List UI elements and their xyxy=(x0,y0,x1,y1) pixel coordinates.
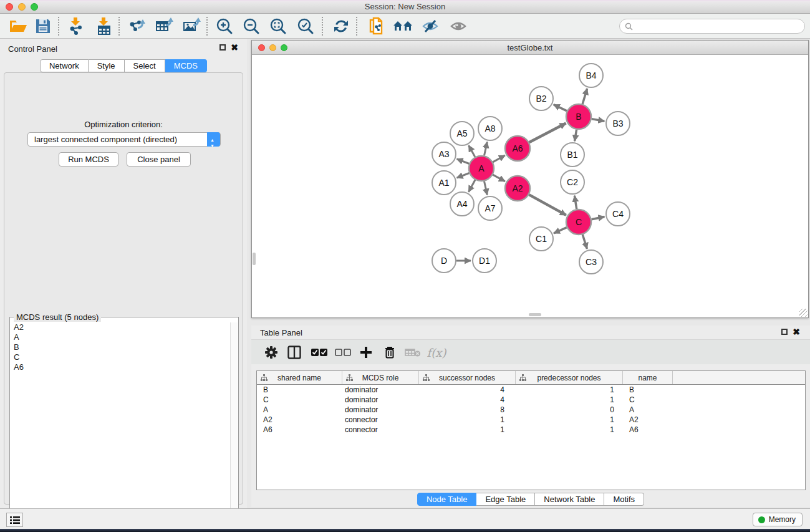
graph-edge-B-B3[interactable] xyxy=(592,119,605,122)
graph-node-B1[interactable]: B1 xyxy=(561,143,584,167)
export-table-button[interactable] xyxy=(152,16,176,37)
column-header-shared-name[interactable]: shared name xyxy=(257,371,342,384)
graph-edge-A-A4[interactable] xyxy=(469,180,475,191)
graph-edge-A6-B[interactable] xyxy=(529,123,566,143)
graph-node-C1[interactable]: C1 xyxy=(529,227,553,251)
float-panel-icon[interactable] xyxy=(219,44,226,51)
graph-node-C3[interactable]: C3 xyxy=(579,250,603,274)
table-cell[interactable]: dominator xyxy=(342,395,419,404)
mcds-result-list[interactable]: A2ABCA6 xyxy=(11,322,229,530)
graph-node-A3[interactable]: A3 xyxy=(432,142,456,166)
table-row[interactable]: Bdominator41B xyxy=(257,385,805,395)
save-session-button[interactable] xyxy=(31,16,55,37)
network-graph-canvas[interactable]: AA1A2A3A4A5A6A7A8BB1B2B3B4CC1C2C3C4DD1 xyxy=(252,55,808,317)
result-item[interactable]: A xyxy=(14,332,229,342)
graph-node-C[interactable]: C xyxy=(566,210,591,235)
table-cell[interactable]: 1 xyxy=(516,395,623,404)
zoom-fit-button[interactable] xyxy=(266,16,290,37)
first-neighbors-button[interactable] xyxy=(392,16,415,37)
network-vertical-scrollbar[interactable] xyxy=(253,253,256,265)
delete-table-button[interactable] xyxy=(402,342,423,362)
table-tab-node-table[interactable]: Node Table xyxy=(417,493,477,506)
result-item[interactable]: C xyxy=(14,352,229,362)
result-item[interactable]: A6 xyxy=(14,362,229,372)
table-cell[interactable]: A xyxy=(257,405,342,414)
graph-node-B3[interactable]: B3 xyxy=(606,112,630,135)
graph-node-A4[interactable]: A4 xyxy=(450,192,474,216)
column-header-name[interactable]: name xyxy=(623,371,673,384)
table-options-button[interactable] xyxy=(261,342,282,362)
table-cell[interactable]: 1 xyxy=(516,415,623,424)
table-cell[interactable]: dominator xyxy=(342,385,419,394)
graph-edge-A-A5[interactable] xyxy=(469,145,475,157)
table-cell[interactable]: B xyxy=(257,385,342,394)
table-cell[interactable]: A2 xyxy=(257,415,342,424)
graph-node-A[interactable]: A xyxy=(469,156,494,181)
graph-node-A2[interactable]: A2 xyxy=(505,176,530,201)
table-tab-motifs[interactable]: Motifs xyxy=(604,493,644,506)
table-row[interactable]: A6connector11A6 xyxy=(257,425,805,435)
table-float-panel-icon[interactable] xyxy=(781,329,788,335)
close-panel-icon[interactable]: ✖ xyxy=(231,44,238,51)
result-scrollbar[interactable] xyxy=(230,322,238,530)
column-header-MCDS-role[interactable]: MCDS role xyxy=(342,371,419,384)
graph-node-B4[interactable]: B4 xyxy=(579,64,603,87)
graph-edge-A-A8[interactable] xyxy=(484,142,487,155)
table-cell[interactable]: dominator xyxy=(342,405,419,414)
table-cell[interactable]: 4 xyxy=(419,385,516,394)
zoom-in-button[interactable] xyxy=(213,16,236,37)
show-column-button[interactable] xyxy=(284,342,305,362)
graph-edge-A2-C[interactable] xyxy=(529,195,566,215)
add-column-button[interactable] xyxy=(355,342,377,362)
table-cell[interactable]: A6 xyxy=(623,425,673,434)
graph-node-C4[interactable]: C4 xyxy=(606,202,630,226)
show-all-button[interactable] xyxy=(446,16,470,37)
table-row[interactable]: Adominator80A xyxy=(257,405,805,415)
table-cell[interactable]: 0 xyxy=(516,405,623,414)
import-network-button[interactable] xyxy=(64,16,88,37)
table-close-panel-icon[interactable]: ✖ xyxy=(793,329,800,335)
table-cell[interactable]: C xyxy=(257,395,342,404)
close-panel-button[interactable]: Close panel xyxy=(127,152,191,167)
table-cell[interactable]: A2 xyxy=(623,415,673,424)
graph-edge-A-A1[interactable] xyxy=(457,173,470,178)
graph-node-B[interactable]: B xyxy=(566,104,591,129)
open-session-button[interactable] xyxy=(6,16,30,37)
search-field[interactable] xyxy=(619,19,805,34)
show-panels-button[interactable] xyxy=(6,513,23,527)
tab-style[interactable]: Style xyxy=(89,59,125,72)
table-cell[interactable]: 4 xyxy=(419,395,516,404)
graph-node-D1[interactable]: D1 xyxy=(473,249,496,273)
deselect-all-button[interactable] xyxy=(332,342,354,362)
graph-edge-B-B2[interactable] xyxy=(554,105,567,111)
apply-layout-button[interactable] xyxy=(329,16,353,37)
criterion-dropdown[interactable]: largest connected component (directed) xyxy=(27,132,221,147)
result-item[interactable]: B xyxy=(14,342,229,352)
graph-edge-A-A7[interactable] xyxy=(484,181,487,195)
table-cell[interactable]: connector xyxy=(342,425,419,434)
graph-edge-B-B4[interactable] xyxy=(582,89,587,104)
column-header-successor-nodes[interactable]: successor nodes xyxy=(419,371,516,384)
graph-edge-A-A3[interactable] xyxy=(457,159,470,164)
table-cell[interactable]: A6 xyxy=(257,425,342,434)
table-tab-network-table[interactable]: Network Table xyxy=(535,493,604,506)
table-cell[interactable]: A xyxy=(623,405,673,414)
export-image-button[interactable] xyxy=(180,16,203,37)
tab-mcds[interactable]: MCDS xyxy=(165,59,207,72)
graph-node-A7[interactable]: A7 xyxy=(478,196,502,220)
network-horizontal-scrollbar[interactable] xyxy=(529,313,541,316)
graph-edge-A-A2[interactable] xyxy=(493,175,504,181)
delete-column-button[interactable] xyxy=(379,342,400,362)
select-all-button[interactable] xyxy=(309,342,330,362)
graph-edge-B-B1[interactable] xyxy=(575,130,577,142)
graph-node-A6[interactable]: A6 xyxy=(505,136,530,161)
new-network-from-selection-button[interactable] xyxy=(365,16,388,37)
zoom-selected-button[interactable] xyxy=(294,16,317,37)
table-tab-edge-table[interactable]: Edge Table xyxy=(476,493,535,506)
graph-node-A8[interactable]: A8 xyxy=(478,117,502,140)
function-builder-button[interactable]: f(x) xyxy=(426,342,447,362)
graph-edge-C-C4[interactable] xyxy=(592,216,605,219)
tab-select[interactable]: Select xyxy=(125,59,165,72)
result-item[interactable]: A2 xyxy=(14,322,229,332)
network-window-titlebar[interactable]: testGlobe.txt xyxy=(252,41,808,55)
